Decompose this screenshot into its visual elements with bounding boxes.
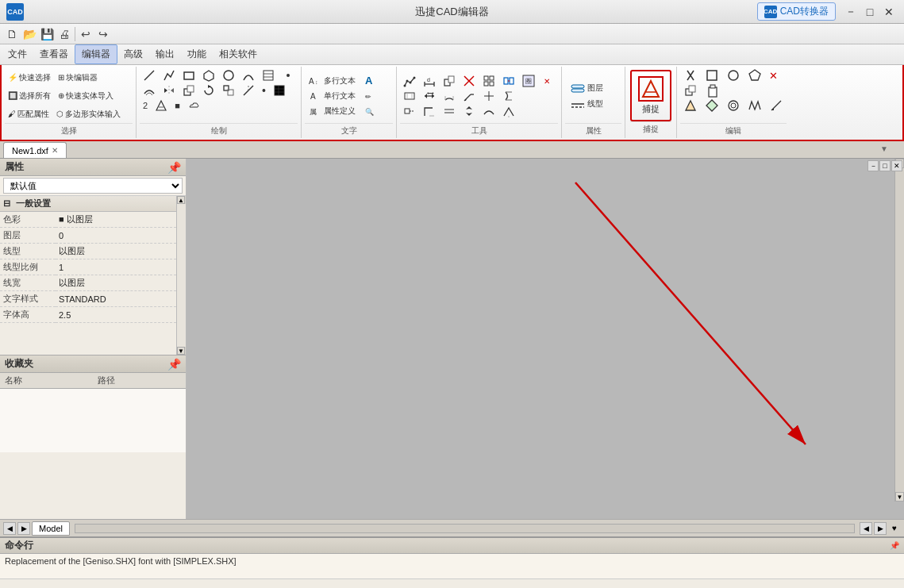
command-pin[interactable]: 📌 <box>890 541 899 550</box>
doc-tab-arrow[interactable]: ▼ <box>880 144 888 153</box>
capture-large-button[interactable]: 捕捉 <box>630 70 671 121</box>
doc-tab-new1[interactable]: New1.dxf ✕ <box>3 142 67 158</box>
diamond-btn[interactable] <box>702 98 722 113</box>
multiline-text-btn[interactable]: A↕ 多行文本 <box>305 74 359 88</box>
qa-new-btn[interactable]: 🗋 <box>3 25 21 43</box>
model-nav-right[interactable]: ▶ <box>17 522 30 535</box>
qa-undo-btn[interactable]: ↩ <box>77 25 94 43</box>
paste-btn[interactable] <box>702 83 722 98</box>
ring-btn[interactable] <box>723 98 744 113</box>
wave-btn[interactable] <box>744 98 765 113</box>
text-edit-btn[interactable]: ✏ <box>360 89 383 103</box>
corner-btn[interactable] <box>420 104 439 118</box>
qa-print-btn[interactable]: 🖨 <box>56 25 73 43</box>
polyline-btn[interactable] <box>160 68 179 83</box>
arc-btn[interactable] <box>239 68 258 83</box>
canvas-main[interactable] <box>187 159 904 519</box>
line2-btn[interactable] <box>702 68 722 83</box>
construct-btn[interactable]: ■ <box>171 98 183 113</box>
block-btn[interactable] <box>479 74 498 88</box>
text-find-btn[interactable]: 🔍 <box>360 104 383 118</box>
block-editor-btn[interactable]: ⊞ 块编辑器 <box>55 71 101 85</box>
canvas-restore-btn[interactable]: □ <box>879 160 891 171</box>
menu-file[interactable]: 文件 <box>2 45 33 63</box>
table-btn[interactable] <box>270 83 289 98</box>
minimize-button[interactable]: － <box>842 3 860 21</box>
restore-button[interactable]: □ <box>861 3 879 21</box>
copy-btn[interactable] <box>179 83 198 98</box>
arc2-btn[interactable] <box>440 89 459 103</box>
hatch-btn[interactable] <box>259 68 278 83</box>
close-button[interactable]: ✕ <box>880 3 898 21</box>
hscroll-left[interactable]: ◀ <box>860 522 872 535</box>
cut-btn[interactable] <box>680 68 701 83</box>
dist-btn[interactable]: d <box>420 74 439 88</box>
insert-btn[interactable]: 圈 <box>519 74 538 88</box>
dim2-btn[interactable]: ⟷ <box>420 89 439 103</box>
regen-btn[interactable]: ✕ <box>539 74 558 88</box>
offset-btn[interactable] <box>140 83 159 98</box>
qa-redo-btn[interactable]: ↪ <box>94 25 112 43</box>
doc-tab-close[interactable]: ✕ <box>52 146 58 155</box>
model-nav-left[interactable]: ◀ <box>3 522 16 535</box>
dot-btn[interactable]: • <box>259 83 269 98</box>
quick-select-btn[interactable]: ⚡ 快速选择 <box>5 71 54 85</box>
canvas-minimize-btn[interactable]: － <box>867 160 879 171</box>
join-btn[interactable] <box>479 104 498 118</box>
menu-related[interactable]: 相关软件 <box>213 45 264 63</box>
ordinate-btn[interactable] <box>499 89 518 103</box>
edit2-btn[interactable] <box>766 98 787 113</box>
scale-btn[interactable] <box>219 83 238 98</box>
menu-advanced[interactable]: 高级 <box>117 45 149 63</box>
text-style-btn[interactable]: A <box>360 74 383 88</box>
menu-view[interactable]: 查看器 <box>33 45 75 63</box>
nav-heart[interactable]: ♥ <box>888 522 901 535</box>
spline-btn[interactable]: 2 <box>140 98 151 113</box>
cloud-btn[interactable] <box>184 98 203 113</box>
attr-def-btn[interactable]: 属 属性定义 <box>305 104 359 118</box>
mirror-btn[interactable] <box>160 83 179 98</box>
center-btn[interactable] <box>479 89 498 103</box>
hatch2-btn[interactable] <box>152 98 171 113</box>
singleline-text-btn[interactable]: A 单行文本 <box>305 89 359 103</box>
qa-save-btn[interactable]: 💾 <box>38 25 56 43</box>
multi-solid-btn[interactable]: ⬡ 多边形实体输入 <box>53 107 124 121</box>
canvas-close-btn[interactable]: ✕ <box>891 160 902 171</box>
stretch-btn[interactable] <box>239 83 258 98</box>
rotate-btn[interactable] <box>199 83 218 98</box>
menu-output[interactable]: 输出 <box>149 45 181 63</box>
cad-converter-button[interactable]: CAD CAD转换器 <box>757 2 836 21</box>
quick-solid-btn[interactable]: ⊕ 快速实体导入 <box>55 89 117 103</box>
polygon-btn[interactable] <box>199 68 218 83</box>
layer-mgr-btn[interactable]: 图层 <box>565 81 609 95</box>
linetype-btn[interactable]: 线型 <box>565 97 609 111</box>
model-tab-model[interactable]: Model <box>32 521 70 536</box>
match-prop-btn[interactable]: 🖌 匹配属性 <box>5 107 52 121</box>
circle-btn[interactable] <box>219 68 238 83</box>
menu-edit[interactable]: 编辑器 <box>75 44 117 64</box>
measure-btn[interactable] <box>400 74 419 88</box>
move-btn[interactable] <box>460 104 479 118</box>
vscroll-down[interactable]: ▼ <box>895 492 904 502</box>
scroll-up-btn[interactable]: ▲ <box>177 196 185 204</box>
leader-btn[interactable] <box>460 89 479 103</box>
compare-btn[interactable] <box>499 74 518 88</box>
panel-pin[interactable]: 📌 <box>167 161 181 174</box>
select-all-btn[interactable]: 🔲 选择所有 <box>5 89 54 103</box>
extend2-btn[interactable] <box>400 104 419 118</box>
copy3-btn[interactable] <box>680 83 701 98</box>
scroll-down-btn[interactable]: ▼ <box>177 347 185 355</box>
circle2-btn[interactable] <box>723 68 744 83</box>
rect-btn[interactable] <box>179 68 198 83</box>
qa-open-btn[interactable]: 📂 <box>21 25 38 43</box>
bookmarks-pin[interactable]: 📌 <box>167 358 181 371</box>
hscrollbar[interactable] <box>75 524 855 533</box>
region-btn[interactable] <box>744 68 765 83</box>
copy2-btn[interactable] <box>440 74 459 88</box>
cleanup-btn[interactable] <box>460 74 479 88</box>
triangle-btn[interactable] <box>680 98 701 113</box>
point-btn[interactable] <box>279 68 298 83</box>
default-value-select[interactable]: 默认值 <box>3 178 183 194</box>
line-btn[interactable] <box>140 68 159 83</box>
align-btn[interactable] <box>499 104 518 118</box>
